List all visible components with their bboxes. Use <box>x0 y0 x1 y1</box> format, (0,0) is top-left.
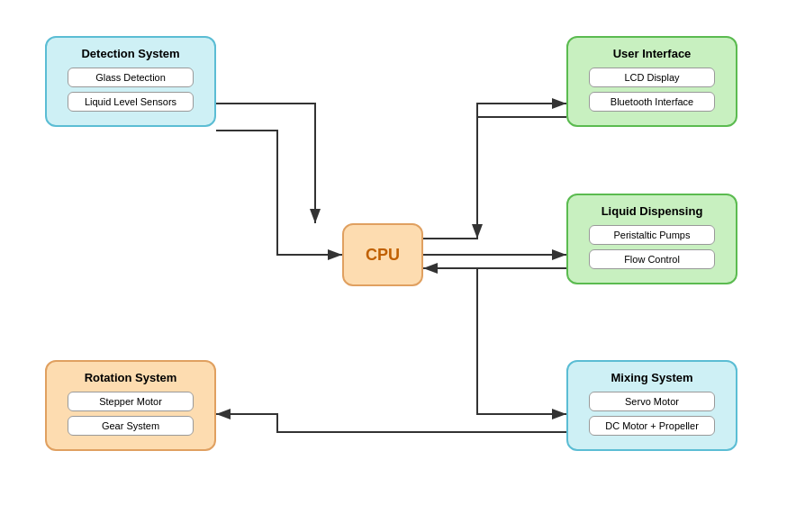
detection-title: Detection System <box>81 47 179 60</box>
detection-item-2: Liquid Level Sensors <box>68 92 194 112</box>
liquid-item-2: Flow Control <box>589 249 715 269</box>
mixing-block: Mixing System Servo Motor DC Motor + Pro… <box>566 360 737 451</box>
detection-block: Detection System Glass Detection Liquid … <box>45 36 216 127</box>
ui-item-2: Bluetooth Interface <box>589 92 715 112</box>
arrow-detection-cpu <box>216 104 315 223</box>
liquid-dispensing-block: Liquid Dispensing Peristaltic Pumps Flow… <box>566 194 737 284</box>
rotation-item-1: Stepper Motor <box>68 392 194 411</box>
cpu-label: CPU <box>366 246 400 265</box>
rotation-block: Rotation System Stepper Motor Gear Syste… <box>45 360 216 451</box>
user-interface-block: User Interface LCD Display Bluetooth Int… <box>566 36 737 127</box>
detection-item-1: Glass Detection <box>68 68 194 87</box>
cpu-block: CPU <box>342 223 423 286</box>
arrow-ui-cpu <box>477 117 566 239</box>
diagram: Detection System Glass Detection Liquid … <box>0 0 787 532</box>
liquid-item-1: Peristaltic Pumps <box>589 225 715 245</box>
arrow-cpu-mixing <box>477 268 566 414</box>
mixing-title: Mixing System <box>611 371 692 384</box>
arrow-detection-cpu2 <box>216 131 342 255</box>
liquid-title: Liquid Dispensing <box>602 204 703 218</box>
arrow-cpu-ui <box>423 104 566 239</box>
ui-title: User Interface <box>613 47 692 60</box>
mixing-item-1: Servo Motor <box>589 392 715 411</box>
rotation-item-2: Gear System <box>68 416 194 436</box>
arrow-mixing-rotation <box>216 414 566 432</box>
rotation-title: Rotation System <box>85 371 177 384</box>
ui-item-1: LCD Display <box>589 68 715 87</box>
mixing-item-2: DC Motor + Propeller <box>589 416 715 436</box>
